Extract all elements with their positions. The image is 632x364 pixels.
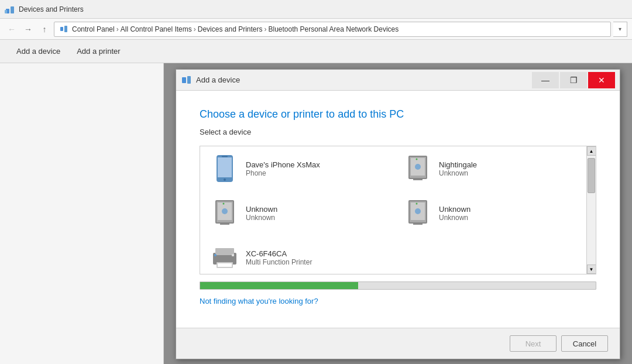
svg-point-34 — [214, 254, 217, 256]
list-item[interactable]: Unknown Unknown — [200, 191, 393, 235]
back-button[interactable]: ← — [5, 22, 19, 36]
cancel-button[interactable]: Cancel — [561, 335, 608, 352]
scroll-down-button[interactable]: ▼ — [587, 265, 596, 274]
path-devices-printers: Devices and Printers — [198, 25, 263, 33]
svg-point-16 — [416, 159, 418, 160]
svg-point-22 — [223, 203, 225, 205]
device-name: Dave's iPhone XsMax — [246, 160, 320, 169]
printer-icon — [211, 243, 239, 272]
path-all-items: All Control Panel Items — [121, 25, 192, 33]
computer-icon — [404, 199, 432, 227]
window-title: Devices and Printers — [19, 5, 84, 13]
svg-rect-8 — [218, 157, 232, 177]
dialog-heading: Choose a device or printer to add to thi… — [200, 108, 596, 121]
svg-rect-1 — [11, 6, 14, 13]
svg-rect-26 — [413, 222, 423, 225]
address-bar: ← → ↑ Control Panel › All Control Panel … — [0, 19, 632, 40]
progress-bar — [200, 282, 358, 289]
device-info: Unknown Unknown — [246, 205, 277, 222]
svg-rect-30 — [215, 248, 234, 255]
device-name: Unknown — [246, 205, 277, 214]
left-panel — [0, 63, 164, 364]
device-info: Dave's iPhone XsMax Phone — [246, 160, 320, 177]
device-info: Nightingale Unknown — [439, 160, 477, 177]
device-name: Unknown — [439, 205, 470, 214]
list-item[interactable]: XC-6F46CA Multi Function Printer — [200, 235, 393, 274]
window-icon — [5, 4, 15, 15]
add-device-button[interactable]: Add a device — [9, 44, 67, 58]
svg-rect-10 — [222, 156, 228, 157]
svg-point-28 — [416, 203, 418, 205]
computer-icon — [404, 154, 432, 183]
add-printer-button[interactable]: Add a printer — [70, 44, 127, 58]
dialog-title: Add a device — [196, 75, 532, 84]
next-button[interactable]: Next — [510, 335, 557, 352]
dialog-icon — [181, 74, 193, 86]
svg-rect-32 — [218, 263, 232, 267]
dialog-maximize-button[interactable]: ❐ — [560, 72, 587, 88]
computer-icon — [211, 199, 239, 227]
title-bar: Devices and Printers — [0, 0, 632, 19]
phone-icon — [211, 154, 239, 183]
main-area: Add a device — ❐ ✕ Choose a device or pr… — [0, 63, 632, 364]
device-info: Unknown Unknown — [439, 205, 470, 222]
dialog-overlay: Add a device — ❐ ✕ Choose a device or pr… — [164, 63, 632, 364]
forward-button[interactable]: → — [21, 22, 35, 36]
device-type: Unknown — [246, 214, 277, 222]
svg-point-21 — [222, 208, 228, 214]
svg-rect-20 — [220, 222, 229, 225]
list-item[interactable]: Dave's iPhone XsMax Phone — [200, 146, 393, 191]
svg-rect-33 — [232, 254, 234, 256]
svg-rect-6 — [187, 76, 191, 84]
address-path: Control Panel › All Control Panel Items … — [54, 22, 611, 37]
svg-rect-4 — [64, 26, 67, 32]
path-control-panel: Control Panel — [72, 25, 115, 33]
svg-rect-3 — [60, 27, 63, 31]
svg-rect-2 — [5, 10, 7, 13]
device-list: Dave's iPhone XsMax Phone — [200, 146, 586, 274]
svg-point-27 — [415, 208, 421, 214]
list-item[interactable]: Unknown Unknown — [393, 191, 586, 235]
device-name: XC-6F46CA — [246, 249, 312, 258]
dialog-close-button[interactable]: ✕ — [588, 72, 615, 88]
scroll-thumb[interactable] — [588, 158, 595, 193]
path-bluetooth: Bluetooth Personal Area Network Devices — [269, 25, 399, 33]
dialog-minimize-button[interactable]: — — [532, 72, 559, 88]
dialog-titlebar: Add a device — ❐ ✕ — [176, 70, 620, 91]
svg-rect-5 — [182, 77, 186, 83]
scroll-up-button[interactable]: ▲ — [587, 146, 596, 156]
device-info: XC-6F46CA Multi Function Printer — [246, 249, 312, 266]
address-dropdown-button[interactable]: ▾ — [613, 22, 627, 37]
dialog-footer: Next Cancel — [176, 328, 620, 359]
device-type: Multi Function Printer — [246, 258, 312, 266]
svg-point-9 — [224, 178, 226, 181]
scroll-track[interactable] — [587, 156, 596, 265]
add-device-dialog: Add a device — ❐ ✕ Choose a device or pr… — [176, 69, 620, 359]
progress-container — [200, 281, 596, 290]
svg-rect-14 — [413, 178, 423, 180]
list-item[interactable]: Nightingale Unknown — [393, 146, 586, 191]
dialog-controls: — ❐ ✕ — [532, 72, 615, 88]
not-finding-link[interactable]: Not finding what you're looking for? — [200, 297, 318, 305]
device-type: Phone — [246, 169, 320, 177]
device-type: Unknown — [439, 169, 477, 177]
svg-point-15 — [415, 164, 421, 170]
device-name: Nightingale — [439, 160, 477, 169]
device-list-container: Dave's iPhone XsMax Phone — [200, 146, 596, 274]
toolbar: Add a device Add a printer — [0, 40, 632, 63]
scrollbar[interactable]: ▲ ▼ — [586, 146, 596, 274]
device-type: Unknown — [439, 214, 470, 222]
up-button[interactable]: ↑ — [37, 22, 51, 36]
dialog-subtext: Select a device — [200, 128, 596, 136]
dialog-content: Choose a device or printer to add to thi… — [176, 91, 620, 328]
